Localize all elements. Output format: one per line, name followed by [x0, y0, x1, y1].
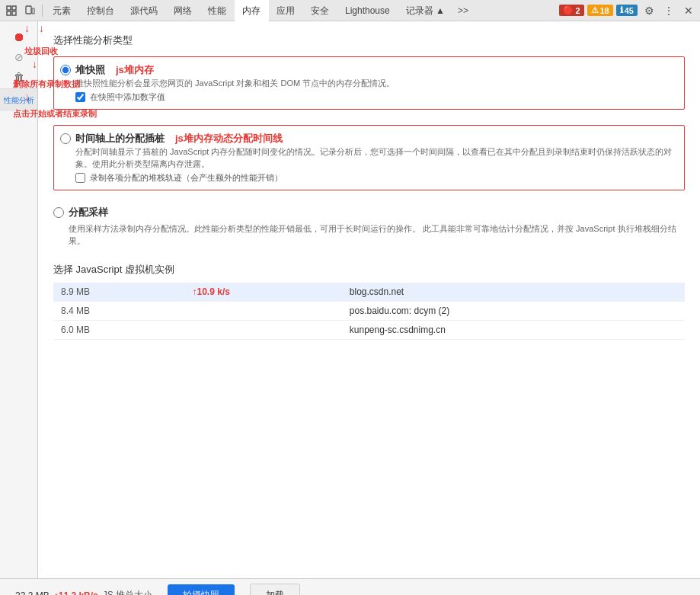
tab-application[interactable]: 应用 — [269, 0, 303, 21]
heap-snapshot-label[interactable]: 堆快照 js堆内存 — [60, 63, 678, 77]
vm-section: 选择 JavaScript 虚拟机实例 8.9 MB ↑10.9 k/s blo… — [53, 263, 685, 340]
more-options-button[interactable]: ⋮ — [660, 2, 677, 19]
tab-more[interactable]: >> — [453, 0, 473, 21]
tab-performance[interactable]: 性能 — [200, 0, 235, 21]
svg-rect-3 — [12, 11, 16, 15]
sidebar-item-label: 性能分析 — [4, 96, 34, 104]
table-row[interactable]: 8.4 MB pos.baidu.com: dcym (2) — [53, 301, 685, 320]
timeline-desc: 分配时间轴显示了插桩的 JavaScript 内存分配随时间变化的情况。记录分析… — [75, 146, 678, 171]
svg-rect-0 — [7, 6, 11, 10]
heap-snapshot-desc: 堆快照性能分析会显示您网页的 JavaScript 对象和相关 DOM 节点中的… — [75, 77, 678, 90]
load-button[interactable]: 加载 — [250, 584, 300, 595]
vm-speed-2 — [185, 320, 342, 339]
inspect-button[interactable] — [3, 2, 20, 19]
close-devtools-button[interactable]: ✕ — [680, 2, 697, 19]
toolbar-right: 🔴 2 ⚠ 18 ℹ 45 ⚙ ⋮ ✕ — [559, 2, 697, 19]
main-area: ⏺ ⊘ 🗑 性能分析 ↓ ↓ 垃圾回收 ↓ 删除所有录制数据 ↓ — [0, 21, 700, 578]
timeline-annotation: js堆内存动态分配时间线 — [175, 132, 283, 146]
error-badge: 🔴 2 — [559, 5, 583, 16]
bottom-bar: 23.3 MB ↑11.3 kB/s JS 堆总大小 拍摄快照 加载 CSDN … — [0, 578, 700, 595]
tab-security[interactable]: 安全 — [303, 0, 337, 21]
vm-domain-1: pos.baidu.com: dcym (2) — [342, 301, 685, 320]
toolbar-divider — [42, 5, 43, 17]
total-speed: ↑11.3 kB/s — [54, 590, 98, 596]
heap-snapshot-title: 堆快照 — [75, 63, 105, 77]
settings-button[interactable]: ⚙ — [641, 2, 657, 19]
heap-snapshot-checkbox-row: 在快照中添加数字值 — [75, 91, 678, 103]
content-area: 选择性能分析类型 堆快照 js堆内存 堆快照性能分析会显示您网页的 JavaSc… — [38, 21, 700, 578]
vm-speed-1 — [185, 301, 342, 320]
timeline-label[interactable]: 时间轴上的分配插桩 js堆内存动态分配时间线 — [60, 132, 678, 146]
tab-sources[interactable]: 源代码 — [123, 0, 166, 21]
stop-button[interactable]: ⊘ — [11, 49, 27, 66]
tab-network[interactable]: 网络 — [166, 0, 200, 21]
vm-size-0: 8.9 MB — [53, 283, 185, 302]
vm-title: 选择 JavaScript 虚拟机实例 — [53, 263, 685, 277]
table-row[interactable]: 6.0 MB kunpeng-sc.csdnimg.cn — [53, 320, 685, 339]
sampling-section: 分配采样 使用采样方法录制内存分配情况。此性能分析类型的性能开销最低，可用于长时… — [53, 206, 685, 248]
heap-snapshot-section: 堆快照 js堆内存 堆快照性能分析会显示您网页的 JavaScript 对象和相… — [53, 56, 685, 110]
warning-badge: ⚠ 18 — [587, 5, 613, 16]
timeline-section: 时间轴上的分配插桩 js堆内存动态分配时间线 分配时间轴显示了插桩的 JavaS… — [53, 125, 685, 190]
device-toggle-button[interactable] — [21, 2, 38, 19]
vm-size-1: 8.4 MB — [53, 301, 185, 320]
vm-domain-2: kunpeng-sc.csdnimg.cn — [342, 320, 685, 339]
section-title: 选择性能分析类型 — [53, 34, 685, 47]
timeline-radio[interactable] — [60, 133, 71, 144]
info-icon: ℹ — [620, 5, 623, 15]
snapshot-button[interactable]: 拍摄快照 — [168, 584, 235, 595]
timeline-checkbox[interactable] — [75, 173, 85, 183]
warning-icon: ⚠ — [591, 5, 599, 15]
sampling-radio[interactable] — [53, 207, 64, 218]
vm-size-2: 6.0 MB — [53, 320, 185, 339]
clear-button[interactable]: 🗑 — [11, 69, 27, 85]
vm-domain-0: blog.csdn.net — [342, 283, 685, 302]
svg-rect-4 — [26, 6, 31, 14]
svg-rect-1 — [7, 11, 11, 15]
total-size: 23.3 MB — [15, 590, 50, 596]
radio-group: 堆快照 js堆内存 堆快照性能分析会显示您网页的 JavaScript 对象和相… — [53, 56, 685, 248]
sidebar-item-profiling[interactable]: 性能分析 — [0, 89, 37, 111]
total-label: JS 堆总大小 — [103, 589, 152, 595]
vm-speed-0: ↑10.9 k/s — [185, 283, 342, 302]
info-count: 45 — [625, 6, 634, 15]
vm-table: 8.9 MB ↑10.9 k/s blog.csdn.net 8.4 MB po… — [53, 283, 685, 340]
sampling-label[interactable]: 分配采样 — [53, 206, 685, 219]
sidebar: ⏺ ⊘ 🗑 性能分析 ↓ ↓ 垃圾回收 ↓ 删除所有录制数据 ↓ — [0, 21, 38, 578]
table-row[interactable]: 8.9 MB ↑10.9 k/s blog.csdn.net — [53, 283, 685, 302]
heap-snapshot-checkbox[interactable] — [75, 92, 85, 102]
sampling-desc: 使用采样方法录制内存分配情况。此性能分析类型的性能开销最低，可用于长时间运行的操… — [69, 222, 685, 248]
timeline-checkbox-label: 录制各项分配的堆栈轨迹（会产生额外的性能开销） — [90, 172, 283, 184]
tab-elements[interactable]: 元素 — [45, 0, 79, 21]
top-toolbar: 元素 控制台 源代码 网络 性能 内存 应用 安全 Lighthouse 记录器… — [0, 0, 700, 21]
toolbar-left — [3, 2, 45, 19]
heap-snapshot-checkbox-label: 在快照中添加数字值 — [90, 91, 165, 103]
timeline-checkbox-row: 录制各项分配的堆栈轨迹（会产生额外的性能开销） — [75, 172, 678, 184]
error-icon: 🔴 — [563, 5, 574, 15]
tab-console[interactable]: 控制台 — [79, 0, 123, 21]
sampling-title: 分配采样 — [69, 206, 108, 219]
error-count: 2 — [575, 6, 580, 15]
tab-lighthouse[interactable]: Lighthouse — [337, 0, 398, 21]
warning-count: 18 — [600, 6, 609, 15]
svg-rect-5 — [32, 8, 34, 14]
timeline-title: 时间轴上的分配插桩 — [75, 132, 165, 146]
tab-memory[interactable]: 内存 — [235, 0, 269, 21]
info-badge: ℹ 45 — [616, 5, 638, 16]
tab-nav: 元素 控制台 源代码 网络 性能 内存 应用 安全 Lighthouse 记录器… — [45, 0, 559, 21]
record-button[interactable]: ⏺ — [11, 29, 27, 46]
svg-rect-2 — [12, 6, 16, 10]
bottom-info: 23.3 MB ↑11.3 kB/s JS 堆总大小 — [15, 589, 152, 595]
tab-recorder[interactable]: 记录器 ▲ — [398, 0, 453, 21]
heap-snapshot-annotation: js堆内存 — [116, 63, 154, 77]
heap-snapshot-radio[interactable] — [60, 65, 71, 75]
